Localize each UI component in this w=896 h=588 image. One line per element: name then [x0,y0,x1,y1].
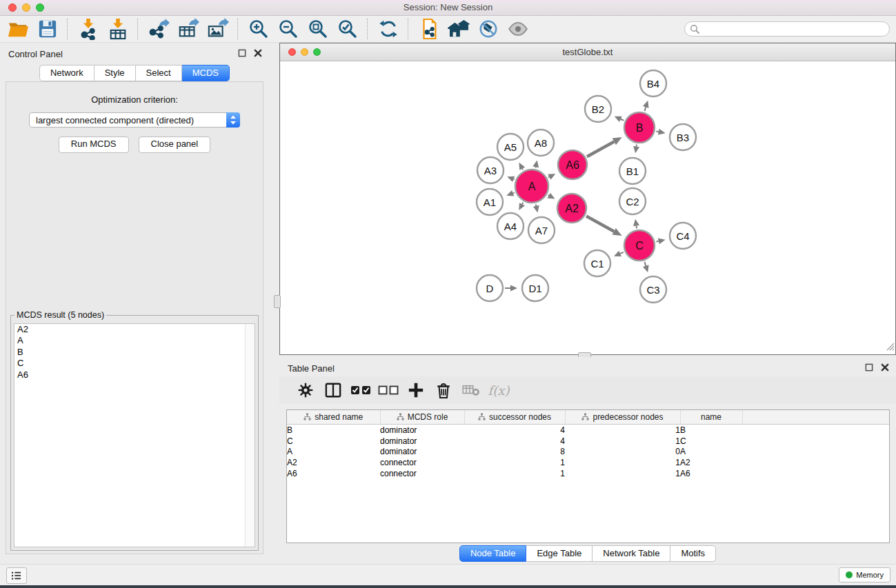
table-cell[interactable]: C [287,436,380,447]
save-session-icon[interactable] [32,17,62,41]
network-window-titlebar[interactable]: testGlobe.txt [280,43,895,61]
table-cell[interactable]: dominator [380,425,464,436]
minimize-window-button[interactable] [22,3,30,12]
mcds-result-item[interactable]: B [14,347,255,358]
resize-grip-icon[interactable] [886,341,895,354]
hide-labels-icon[interactable] [473,17,503,41]
table-cell[interactable]: A2 [680,457,742,468]
network-graph[interactable]: B4B2BB3A5A8A6B1A3AA1C2A2A4A7C4CC1C3DD1 [280,61,895,354]
table-settings-gear-icon[interactable] [292,378,319,402]
tab-select[interactable]: Select [136,65,182,81]
table-row[interactable]: Bdominator41B [287,425,889,436]
mcds-result-item[interactable]: A [14,335,255,346]
table-cell[interactable]: B [680,425,742,436]
graph-edge-C-C2[interactable] [637,226,637,229]
network-canvas[interactable]: B4B2BB3A5A8A6B1A3AA1C2A2A4A7C4CC1C3DD1 [280,61,895,354]
column-header-predecessor-nodes[interactable]: predecessor nodes [565,410,680,425]
select-all-columns-icon[interactable] [347,378,375,402]
table-cell[interactable]: connector [380,457,464,468]
optimization-criterion-select[interactable]: largest connected component (directed) [29,112,240,128]
show-hide-eye-icon[interactable] [503,17,532,41]
graph-edge-A-A7[interactable] [536,204,537,205]
float-panel-icon[interactable] [865,363,873,372]
mcds-result-item[interactable]: A2 [14,324,255,335]
deselect-all-columns-icon[interactable] [375,378,402,402]
table-cell[interactable]: 1 [464,468,565,479]
graph-edge-A-A4[interactable] [522,203,523,204]
tab-network-table[interactable]: Network Table [593,545,670,562]
run-mcds-button[interactable]: Run MCDS [59,136,129,153]
tab-style[interactable]: Style [94,65,136,81]
tab-motifs[interactable]: Motifs [670,545,716,562]
table-cell[interactable]: B [287,425,380,436]
delete-table-icon[interactable] [457,378,485,402]
open-session-icon[interactable] [3,17,32,41]
function-builder-icon[interactable]: f(x) [485,378,512,402]
memory-button[interactable]: Memory [839,567,890,582]
status-menu-button[interactable] [6,567,27,584]
tab-network[interactable]: Network [39,65,94,81]
table-cell[interactable]: 1 [565,425,680,436]
tab-mcds[interactable]: MCDS [182,65,230,81]
vertical-splitter-handle[interactable] [274,295,281,308]
import-table-icon[interactable] [103,17,132,41]
table-cell[interactable]: A6 [680,468,742,479]
table-cell[interactable]: A [287,447,380,458]
close-panel-icon[interactable] [254,49,262,57]
show-column-panel-icon[interactable] [319,378,347,402]
delete-column-trash-icon[interactable] [430,378,457,402]
add-column-icon[interactable] [402,378,430,402]
search-input[interactable] [699,23,875,34]
table-cell[interactable]: dominator [380,436,464,447]
zoom-in-icon[interactable] [243,17,273,41]
table-row[interactable]: Adominator80A [287,447,889,458]
graph-edge-A6-B[interactable] [587,141,614,156]
graph-edge-C-C4[interactable] [656,241,658,242]
table-cell[interactable]: A6 [287,468,380,479]
table-row[interactable]: A2connector11A2 [287,457,889,468]
tab-node-table[interactable]: Node Table [459,545,527,562]
export-network-icon[interactable] [143,17,173,41]
graph-edge-A-A6[interactable] [548,177,549,178]
table-cell[interactable]: A2 [287,457,380,468]
refresh-layout-icon[interactable] [373,17,403,41]
table-cell[interactable]: 8 [464,447,565,458]
import-network-icon[interactable] [73,17,103,41]
duplicate-network-icon[interactable] [414,17,444,41]
table-cell[interactable]: C [680,436,742,447]
graph-edge-A-A1[interactable] [513,193,515,194]
table-cell[interactable]: 1 [565,457,680,468]
network-zoom-button[interactable] [313,48,321,56]
column-header-mcds-role[interactable]: MCDS role [380,410,464,425]
table-cell[interactable]: 4 [464,425,565,436]
search-box[interactable] [684,21,890,37]
zoom-window-button[interactable] [36,3,44,12]
export-image-icon[interactable] [203,17,232,41]
table-cell[interactable]: 4 [464,436,565,447]
network-minimize-button[interactable] [301,48,308,56]
node-table[interactable]: shared nameMCDS rolesuccessor nodesprede… [286,409,890,543]
mcds-result-item[interactable]: C [14,358,255,369]
tab-edge-table[interactable]: Edge Table [526,545,593,562]
export-table-icon[interactable] [173,17,203,41]
zoom-fit-icon[interactable] [303,17,332,41]
table-cell[interactable]: A [680,447,742,458]
table-row[interactable]: Cdominator41C [287,436,889,447]
table-cell[interactable]: connector [380,468,464,479]
graph-edge-A-A2[interactable] [548,195,549,196]
close-window-button[interactable] [8,3,17,12]
graph-edge-A-A5[interactable] [522,169,523,170]
close-panel-button[interactable]: Close panel [139,136,211,153]
table-cell[interactable]: 1 [565,436,680,447]
network-close-button[interactable] [288,48,296,56]
mcds-result-item[interactable]: A6 [14,369,255,381]
table-cell[interactable]: 0 [565,447,680,458]
table-cell[interactable]: 1 [565,468,680,479]
table-cell[interactable]: 1 [464,457,565,468]
column-header-successor-nodes[interactable]: successor nodes [464,410,565,425]
home-icon[interactable] [444,17,473,41]
column-header-name[interactable]: name [680,410,742,425]
graph-edge-B-B3[interactable] [656,131,658,132]
graph-edge-B-B2[interactable] [621,119,624,121]
float-panel-icon[interactable] [238,49,246,57]
